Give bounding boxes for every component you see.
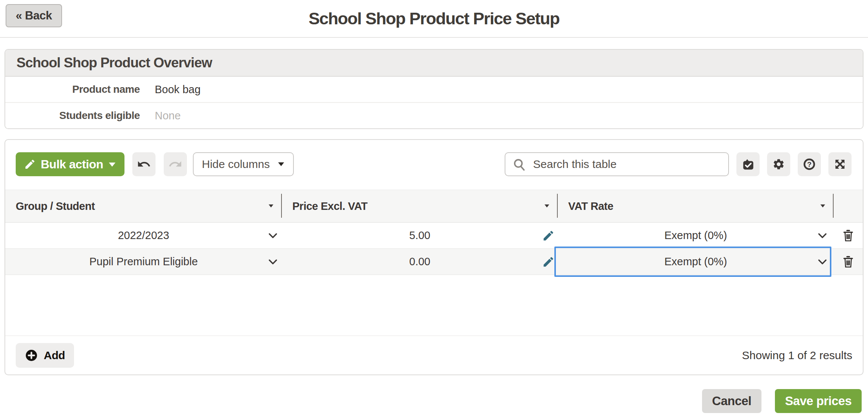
column-header-vat-rate[interactable]: VAT Rate: [558, 190, 834, 222]
column-header-label: Price Excl. VAT: [292, 200, 367, 212]
group-student-value: 2022/2023: [118, 229, 169, 242]
add-row-button[interactable]: Add: [16, 343, 74, 368]
top-bar: « Back School Shop Product Price Setup: [0, 0, 868, 38]
add-button-label: Add: [44, 349, 65, 362]
table-settings-button[interactable]: [767, 152, 790, 176]
price-cell[interactable]: 5.00: [282, 223, 558, 248]
save-prices-button[interactable]: Save prices: [775, 389, 862, 413]
product-name-label: Product name: [5, 83, 140, 95]
table-tool-buttons: ?: [736, 152, 852, 176]
overview-panel-title: School Shop Product Overview: [5, 50, 863, 77]
table-header-row: Group / Student Price Excl. VAT VAT Rate: [5, 190, 863, 223]
column-header-label: Group / Student: [16, 200, 95, 212]
hide-columns-button[interactable]: Hide columns: [193, 152, 294, 176]
group-student-cell[interactable]: 2022/2023: [5, 223, 282, 248]
column-menu-caret-icon[interactable]: [268, 203, 274, 209]
students-eligible-row: Students eligible None: [5, 103, 863, 128]
vat-rate-value: Exempt (0%): [664, 256, 727, 268]
vat-rate-cell[interactable]: Exempt (0%): [558, 223, 834, 248]
row-actions-cell: [834, 223, 863, 248]
product-overview-panel: School Shop Product Overview Product nam…: [4, 49, 864, 129]
results-count-text: Showing 1 of 2 results: [742, 349, 852, 362]
undo-icon: [137, 157, 151, 171]
table-footer: Add Showing 1 of 2 results: [5, 336, 863, 374]
hide-columns-label: Hide columns: [202, 158, 270, 171]
delete-row-icon[interactable]: [842, 256, 854, 268]
plus-circle-icon: [25, 349, 38, 362]
undo-button[interactable]: [132, 152, 156, 176]
edit-pencil-icon[interactable]: [542, 229, 555, 242]
table-toolbar: Bulk action Hide columns: [16, 152, 852, 176]
chevron-down-icon[interactable]: [267, 230, 279, 242]
vat-rate-cell-focused[interactable]: Exempt (0%): [558, 249, 834, 275]
redo-icon: [168, 157, 182, 171]
checkbox-check-icon: [742, 158, 754, 171]
chevron-down-icon[interactable]: [816, 256, 828, 268]
chevron-down-icon[interactable]: [267, 256, 279, 268]
cancel-button[interactable]: Cancel: [702, 389, 761, 413]
product-name-value: Book bag: [155, 83, 201, 96]
expand-arrows-icon: [834, 158, 846, 171]
price-table-panel: Bulk action Hide columns: [4, 139, 864, 375]
product-name-row: Product name Book bag: [5, 77, 863, 103]
expand-table-button[interactable]: [828, 152, 852, 176]
column-header-price-excl-vat[interactable]: Price Excl. VAT: [282, 190, 558, 222]
pencil-icon: [24, 158, 36, 170]
chevron-down-icon: [277, 161, 285, 167]
column-header-actions: [834, 190, 863, 222]
column-menu-caret-icon[interactable]: [819, 203, 826, 209]
bulk-action-button[interactable]: Bulk action: [16, 152, 124, 176]
chevron-down-icon[interactable]: [816, 230, 828, 242]
chevron-down-icon: [108, 161, 116, 168]
column-header-group-student[interactable]: Group / Student: [5, 190, 282, 222]
table-search: [505, 152, 729, 176]
row-actions-cell: [834, 249, 863, 275]
students-eligible-label: Students eligible: [5, 110, 140, 122]
gear-icon: [772, 158, 785, 171]
svg-text:?: ?: [807, 160, 812, 168]
table-row: Pupil Premium Eligible 0.00 Exempt (0%): [5, 249, 863, 275]
price-value: 0.00: [409, 256, 430, 268]
students-eligible-value: None: [155, 110, 181, 122]
delete-row-icon[interactable]: [842, 229, 854, 242]
vat-rate-value: Exempt (0%): [664, 229, 727, 242]
search-icon: [512, 157, 526, 172]
group-student-cell[interactable]: Pupil Premium Eligible: [5, 249, 282, 275]
group-student-value: Pupil Premium Eligible: [89, 256, 198, 268]
table-row: 2022/2023 5.00 Exempt (0%): [5, 223, 863, 249]
price-value: 5.00: [409, 229, 430, 242]
redo-button[interactable]: [164, 152, 187, 176]
column-menu-caret-icon[interactable]: [544, 203, 550, 209]
edit-pencil-icon[interactable]: [542, 256, 555, 268]
search-input[interactable]: [505, 152, 729, 176]
page-action-buttons: Cancel Save prices: [702, 389, 862, 413]
price-cell[interactable]: 0.00: [282, 249, 558, 275]
select-rows-button[interactable]: [736, 152, 760, 176]
bulk-action-label: Bulk action: [41, 157, 103, 171]
question-circle-icon: ?: [803, 158, 816, 171]
page-title: School Shop Product Price Setup: [0, 0, 868, 37]
column-header-label: VAT Rate: [568, 200, 613, 212]
help-button[interactable]: ?: [798, 152, 821, 176]
